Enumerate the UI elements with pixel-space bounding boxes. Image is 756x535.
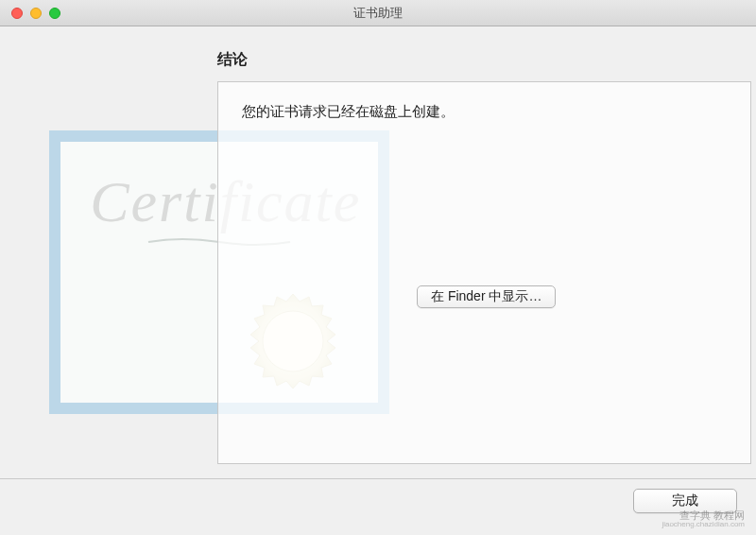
window-title: 证书助理 [353, 5, 403, 22]
traffic-lights [0, 8, 60, 19]
page-heading: 结论 [217, 50, 737, 70]
status-message: 您的证书请求已经在磁盘上创建。 [242, 101, 727, 123]
footer: 完成 [0, 478, 756, 535]
watermark: 查字典 教程网 jiaocheng.chazidian.com [662, 509, 745, 529]
watermark-line2: jiaocheng.chazidian.com [662, 521, 745, 529]
content-area: 结论 Certificate [0, 26, 756, 464]
titlebar: 证书助理 [0, 0, 756, 26]
maximize-window-button[interactable] [49, 8, 60, 19]
close-window-button[interactable] [11, 8, 23, 19]
show-in-finder-button[interactable]: 在 Finder 中显示… [417, 285, 556, 308]
main-panel: 您的证书请求已经在磁盘上创建。 在 Finder 中显示… [217, 81, 751, 464]
minimize-window-button[interactable] [30, 8, 42, 19]
